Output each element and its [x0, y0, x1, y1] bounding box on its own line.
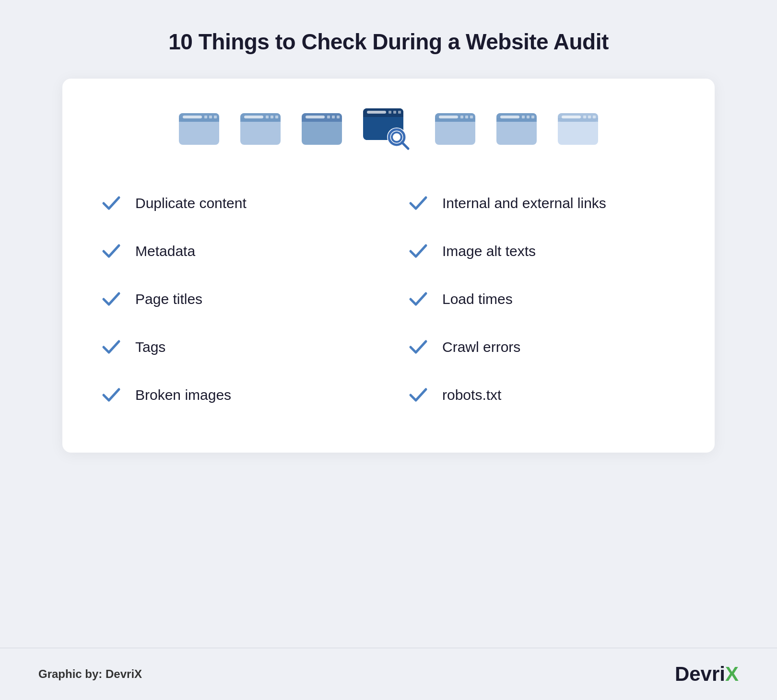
checklist-col-left: Duplicate content Metadata Page titles: [101, 179, 369, 419]
svg-rect-3: [183, 116, 202, 118]
check-item-crawl-errors: Crawl errors: [408, 323, 676, 371]
logo-x-text: X: [725, 663, 739, 686]
check-label: Metadata: [135, 243, 195, 259]
svg-rect-41: [496, 118, 537, 122]
svg-rect-42: [500, 116, 519, 118]
svg-rect-50: [583, 116, 586, 118]
check-item-tags: Tags: [101, 323, 369, 371]
check-item-duplicate-content: Duplicate content: [101, 179, 369, 227]
footer-credit-name: DevriX: [106, 667, 142, 680]
svg-rect-4: [204, 116, 207, 118]
svg-rect-23: [363, 113, 403, 117]
checkmark-icon: [408, 241, 429, 262]
icons-row: [101, 107, 676, 151]
svg-rect-20: [337, 116, 340, 118]
logo-main-text: Devri: [675, 663, 725, 686]
svg-rect-49: [562, 116, 581, 118]
footer: Graphic by: DevriX DevriX: [0, 648, 777, 700]
checkmark-icon: [408, 193, 429, 214]
svg-rect-26: [393, 111, 396, 114]
checkmark-icon: [101, 193, 122, 214]
checkmark-icon: [101, 337, 122, 358]
checkmark-icon: [408, 289, 429, 310]
checkmark-icon: [101, 385, 122, 406]
browser-icon-5: [434, 112, 476, 146]
svg-rect-51: [588, 116, 591, 118]
svg-rect-36: [460, 116, 463, 118]
browser-icon-6: [495, 112, 538, 146]
svg-rect-52: [593, 116, 596, 118]
svg-rect-27: [398, 111, 401, 114]
check-item-load-times: Load times: [408, 275, 676, 323]
svg-rect-25: [388, 111, 391, 114]
page-title: 10 Things to Check During a Website Audi…: [168, 29, 609, 55]
svg-rect-10: [244, 116, 263, 118]
svg-rect-9: [240, 118, 281, 122]
svg-rect-19: [332, 116, 335, 118]
check-item-internal-links: Internal and external links: [408, 179, 676, 227]
svg-rect-5: [209, 116, 212, 118]
footer-credit: Graphic by: DevriX: [38, 667, 142, 681]
svg-rect-6: [214, 116, 217, 118]
svg-rect-43: [522, 116, 525, 118]
checklist-col-right: Internal and external links Image alt te…: [408, 179, 676, 419]
svg-rect-11: [266, 116, 269, 118]
svg-line-31: [402, 142, 408, 149]
check-label: Broken images: [135, 387, 231, 403]
check-label: Crawl errors: [442, 339, 520, 355]
svg-rect-38: [470, 116, 473, 118]
svg-rect-34: [435, 118, 475, 122]
check-label: Tags: [135, 339, 165, 355]
main-card: Duplicate content Metadata Page titles: [62, 79, 715, 453]
check-label: Page titles: [135, 291, 202, 307]
browser-icon-3: [301, 112, 343, 146]
checkmark-icon: [408, 385, 429, 406]
browser-icon-2: [239, 112, 282, 146]
svg-rect-18: [327, 116, 330, 118]
browser-icon-7: [557, 112, 599, 146]
check-label: Internal and external links: [442, 195, 606, 211]
svg-rect-13: [275, 116, 278, 118]
check-label: Load times: [442, 291, 513, 307]
browser-icon-1: [178, 112, 220, 146]
devrix-logo: DevriX: [675, 663, 739, 686]
svg-rect-44: [527, 116, 530, 118]
checkmark-icon: [101, 241, 122, 262]
svg-rect-45: [531, 116, 534, 118]
check-item-robots-txt: robots.txt: [408, 371, 676, 419]
svg-rect-48: [558, 118, 598, 122]
check-label: robots.txt: [442, 387, 501, 403]
footer-credit-prefix: Graphic by:: [38, 667, 106, 680]
check-label: Duplicate content: [135, 195, 247, 211]
svg-rect-24: [367, 111, 386, 114]
browser-icon-search-featured: [362, 107, 415, 151]
svg-rect-17: [306, 116, 325, 118]
checkmark-icon: [408, 337, 429, 358]
check-item-metadata: Metadata: [101, 227, 369, 275]
check-item-page-titles: Page titles: [101, 275, 369, 323]
svg-rect-12: [271, 116, 273, 118]
checkmark-icon: [101, 289, 122, 310]
svg-rect-16: [302, 118, 342, 122]
svg-rect-2: [179, 118, 219, 122]
checklist-grid: Duplicate content Metadata Page titles: [101, 179, 676, 419]
svg-rect-37: [465, 116, 468, 118]
svg-rect-35: [439, 116, 458, 118]
check-label: Image alt texts: [442, 243, 536, 259]
check-item-broken-images: Broken images: [101, 371, 369, 419]
check-item-image-alt: Image alt texts: [408, 227, 676, 275]
